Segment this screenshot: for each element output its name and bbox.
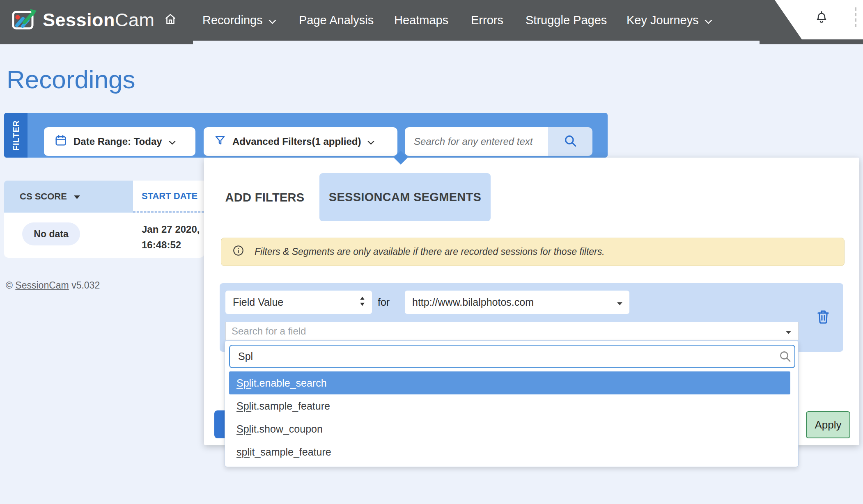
nav-struggle-pages[interactable]: Struggle Pages — [526, 0, 607, 41]
apply-button[interactable]: Apply — [806, 411, 850, 438]
nav-heatmaps[interactable]: Heatmaps — [394, 0, 448, 41]
navbar-bottom-strip — [760, 39, 863, 44]
site-select[interactable]: http://www.bilalphotos.com — [405, 291, 629, 314]
updown-spinner-icon — [359, 296, 365, 309]
search-input[interactable] — [405, 127, 548, 156]
advanced-filters-button[interactable]: Advanced Filters(1 applied) — [204, 127, 397, 156]
cs-score-badge: No data — [22, 222, 80, 245]
app-root: SessionCam Recordings Page Analysis Heat… — [0, 0, 863, 504]
navbar-active-extension — [0, 41, 193, 44]
column-header-cs-score[interactable]: CS SCORE — [4, 181, 133, 213]
chevron-down-icon — [269, 14, 276, 27]
nav-errors[interactable]: Errors — [471, 0, 503, 41]
filter-vertical-tab[interactable]: FILTER — [4, 113, 28, 158]
nav-key-journeys[interactable]: Key Journeys — [627, 0, 712, 41]
page-title: Recordings — [7, 65, 135, 94]
trash-icon — [815, 319, 831, 326]
home-icon — [163, 12, 177, 29]
field-option[interactable]: split_sample_feature — [229, 440, 790, 463]
funnel-icon — [214, 135, 226, 149]
nav-page-analysis[interactable]: Page Analysis — [299, 0, 374, 41]
search-icon — [778, 350, 792, 363]
nav-home[interactable] — [163, 0, 177, 41]
field-filter-input[interactable] — [229, 345, 795, 368]
notifications-bell-icon[interactable] — [815, 11, 828, 25]
field-type-select[interactable]: Field Value — [225, 291, 372, 314]
field-option[interactable]: Split.show_coupon — [229, 417, 790, 440]
column-header-start-date[interactable]: START DATE — [133, 181, 204, 213]
chevron-down-icon — [169, 136, 176, 147]
tab-sessioncam-segments[interactable]: SESSIONCAM SEGMENTS — [319, 173, 491, 221]
info-banner: Filters & Segments are only available if… — [221, 238, 845, 266]
for-label: for — [378, 291, 390, 314]
caret-down-icon — [785, 325, 792, 337]
version-footer: © SessionCam v5.032 — [6, 280, 100, 291]
field-search-combobox[interactable]: Search for a field — [225, 322, 799, 340]
search-icon — [563, 134, 577, 149]
field-option[interactable]: Split.sample_feature — [229, 394, 790, 417]
brand-name: SessionCam — [43, 9, 155, 31]
sessioncam-link[interactable]: SessionCam — [15, 280, 69, 291]
chevron-down-icon — [705, 14, 712, 27]
start-date-cell: Jan 27 2020, 16:48:52 — [142, 222, 200, 253]
tab-add-filters[interactable]: ADD FILTERS — [222, 183, 308, 212]
sessioncam-logo-icon — [11, 8, 37, 32]
nav-recordings[interactable]: Recordings — [202, 0, 276, 41]
delete-filter-button[interactable] — [815, 309, 831, 325]
calendar-icon — [55, 134, 67, 149]
info-icon — [233, 245, 244, 259]
field-option[interactable]: Split.enable_search — [229, 371, 790, 394]
date-range-button[interactable]: Date Range: Today — [44, 127, 195, 156]
caret-down-icon — [617, 296, 623, 308]
search-button[interactable] — [548, 127, 592, 156]
sort-descending-icon — [73, 191, 80, 202]
brand-logo[interactable]: SessionCam — [11, 8, 155, 32]
dashed-divider — [855, 7, 856, 27]
chevron-down-icon — [367, 136, 374, 147]
